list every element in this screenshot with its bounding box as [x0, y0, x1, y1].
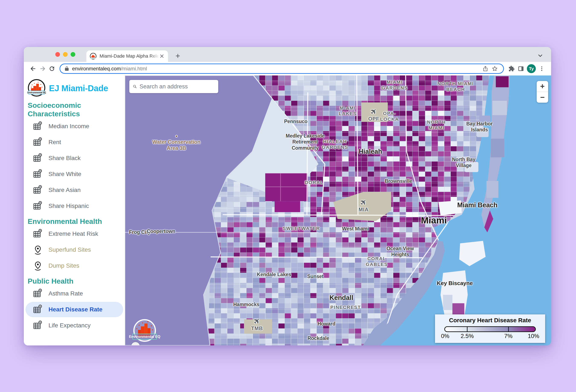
tab-favicon	[90, 53, 97, 59]
legend-bar-wrap	[444, 326, 536, 332]
sidebar-item-label: Share Black	[49, 155, 81, 161]
sidebar-item-share-hispanic[interactable]: Share Hispanic	[26, 198, 123, 214]
map-zoom-control: + −	[537, 81, 548, 103]
sidebar-item-label: Share Asian	[49, 187, 81, 193]
browser-toolbar: environmentaleq.com/miami.html	[24, 62, 551, 76]
forward-button[interactable]	[38, 64, 47, 73]
sidebar-item-superfund-sites[interactable]: Superfund Sites	[26, 242, 123, 258]
section-heading-environmental-health: Environmental Health	[28, 217, 121, 226]
island-tract-dark	[496, 76, 509, 87]
sidebar-item-heart-disease-rate[interactable]: Heart Disease Rate	[26, 302, 123, 317]
sidebar-item-label: Extreme Heat Risk	[49, 231, 98, 237]
sidebar-item-median-income[interactable]: Median Income	[26, 119, 123, 134]
fullscreen-window-button[interactable]	[71, 52, 75, 57]
map-layer-icon	[33, 304, 43, 315]
map-layer-icon	[33, 153, 43, 163]
reload-button[interactable]	[47, 64, 57, 73]
tab-close-icon[interactable]	[159, 53, 165, 59]
url-host: environmentaleq.com	[72, 66, 121, 71]
browser-window: Miami-Dade Map Alpha Release	[24, 47, 551, 345]
star-icon	[491, 65, 498, 72]
location-pin-icon	[33, 245, 43, 255]
search-input[interactable]	[140, 83, 215, 90]
share-button[interactable]	[481, 64, 490, 73]
legend-divider	[508, 326, 509, 332]
url-path: /miami.html	[121, 66, 147, 71]
traffic-lights	[55, 52, 75, 57]
legend-tick-label: 0%	[441, 333, 449, 340]
sidebar-item-share-black[interactable]: Share Black	[26, 151, 123, 166]
minimize-window-button[interactable]	[63, 52, 68, 57]
sidebar-item-label: Rent	[49, 139, 61, 146]
tab-title: Miami-Dade Map Alpha Release	[100, 53, 159, 59]
map-layer-icon	[33, 288, 43, 299]
map-layer-icon	[33, 320, 43, 331]
sidebar-item-life-expectancy[interactable]: Life Expectancy	[26, 318, 123, 333]
zoom-in-button[interactable]: +	[537, 81, 548, 92]
legend-gradient-bar	[444, 326, 536, 332]
url-text: environmentaleq.com/miami.html	[72, 66, 481, 72]
layer-sidebar: Environmental EQ EJ Miami-Dade Socioecon…	[24, 76, 125, 345]
sidebar-item-rent[interactable]: Rent	[26, 134, 123, 150]
sidebar-item-label: Life Expectancy	[49, 322, 91, 329]
map-layer-icon	[33, 201, 43, 211]
tab-strip: Miami-Dade Map Alpha Release	[24, 47, 551, 62]
extensions-button[interactable]	[507, 64, 516, 73]
sidebar-item-label: Share White	[49, 171, 81, 178]
sidebar-item-share-white[interactable]: Share White	[26, 166, 123, 182]
section-heading-socioeconomic-characteristics: Socioeconomic Characteristics	[28, 101, 121, 118]
profile-avatar[interactable]: Ty	[527, 64, 536, 73]
island-tract-light	[492, 101, 507, 115]
sidebar-item-asthma-rate[interactable]: Asthma Rate	[26, 286, 123, 301]
legend-title: Coronary Heart Disease Rate	[435, 317, 545, 324]
legend-tick-label: 2.5%	[461, 333, 474, 340]
side-panel-button[interactable]	[516, 64, 526, 73]
choropleth-map	[125, 76, 551, 345]
sidebar-item-label: Median Income	[49, 123, 89, 130]
logo-caption-text: Environmental EQ	[27, 91, 46, 94]
side-panel-icon	[518, 65, 524, 72]
island-tract-light2	[487, 181, 498, 198]
legend: Coronary Heart Disease Rate 0%2.5%7%10%	[435, 314, 545, 343]
map-layer-icon	[33, 169, 43, 179]
browser-tab[interactable]: Miami-Dade Map Alpha Release	[86, 50, 168, 62]
sidebar-item-dump-sites[interactable]: Dump Sites	[26, 258, 123, 273]
sidebar-item-extreme-heat-risk[interactable]: Extreme Heat Risk	[26, 226, 123, 241]
sidebar-sections: Socioeconomic CharacteristicsMedian Inco…	[24, 101, 125, 333]
legend-tick-label: 7%	[504, 333, 512, 340]
tab-search-button[interactable]	[537, 52, 544, 59]
close-window-button[interactable]	[55, 52, 60, 57]
tamiami-airport-area	[244, 319, 272, 334]
map-layer-icon	[33, 229, 43, 239]
kebab-menu-icon	[539, 66, 545, 72]
browser-menu-button[interactable]	[537, 64, 547, 73]
map-canvas[interactable]: MIAMI GARDENSNORTH MIAMI BEACHMIAMI LAKE…	[125, 76, 551, 345]
plus-icon	[175, 53, 181, 59]
share-icon	[482, 65, 489, 72]
bookmark-button[interactable]	[490, 64, 499, 73]
sidebar-item-label: Dump Sites	[49, 262, 79, 269]
sidebar-item-label: Share Hispanic	[49, 203, 89, 209]
section-heading-public-health: Public Health	[28, 277, 121, 285]
address-bar[interactable]: environmentaleq.com/miami.html	[59, 64, 504, 74]
island-tract-peri	[491, 139, 504, 157]
sidebar-item-label: Asthma Rate	[49, 290, 83, 297]
search-icon	[133, 83, 137, 90]
location-pin-icon	[33, 261, 43, 271]
legend-ticks: 0%2.5%7%10%	[444, 333, 536, 339]
chevron-down-icon	[537, 52, 544, 59]
map-layer-icon	[33, 137, 43, 147]
opa-locka-airport-area	[361, 103, 388, 122]
zoom-out-button[interactable]: −	[537, 92, 548, 103]
legend-divider	[467, 326, 467, 332]
environmental-eq-logo: Environmental EQ	[27, 79, 46, 98]
page-content: Environmental EQ EJ Miami-Dade Socioecon…	[24, 76, 551, 345]
sidebar-item-label: Superfund Sites	[49, 246, 91, 253]
back-button[interactable]	[29, 64, 38, 73]
legend-tick-label: 10%	[528, 333, 539, 340]
map-layer-icon	[33, 185, 43, 195]
new-tab-button[interactable]	[174, 52, 182, 60]
app-title: EJ Miami-Dade	[49, 83, 108, 93]
map-search-box[interactable]	[129, 80, 218, 93]
sidebar-item-share-asian[interactable]: Share Asian	[26, 183, 123, 198]
